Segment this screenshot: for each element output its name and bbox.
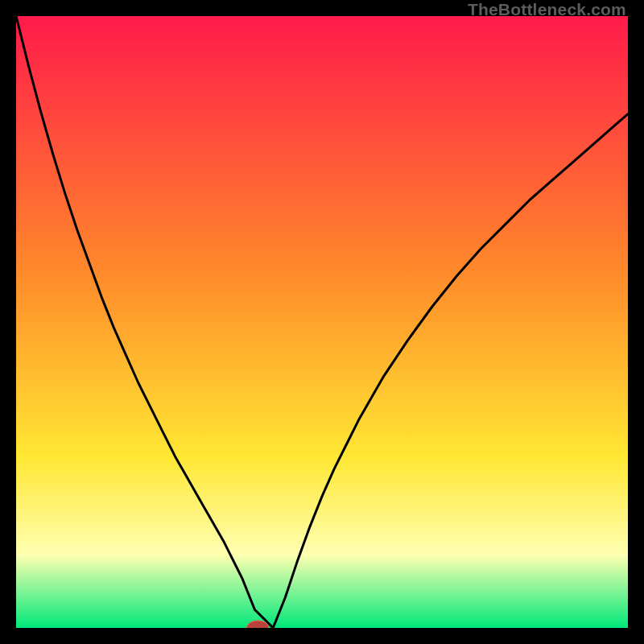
gradient-background [16, 16, 628, 628]
chart-frame [16, 16, 628, 628]
bottleneck-chart [16, 16, 628, 628]
watermark-text: TheBottleneck.com [468, 0, 626, 19]
